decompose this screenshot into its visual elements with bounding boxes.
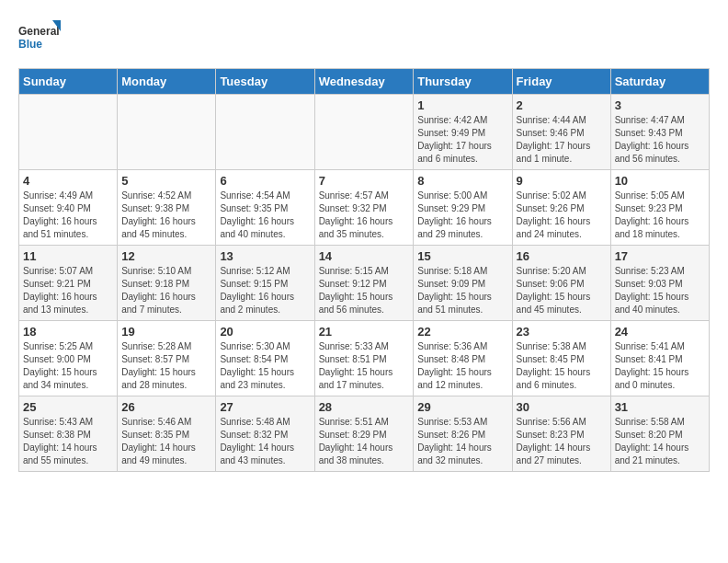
calendar-week-row: 11Sunrise: 5:07 AMSunset: 9:21 PMDayligh…: [19, 246, 710, 321]
weekday-header: Tuesday: [216, 69, 314, 95]
day-info: Sunrise: 4:47 AMSunset: 9:43 PMDaylight:…: [615, 114, 705, 166]
day-info: Sunrise: 5:56 AMSunset: 8:23 PMDaylight:…: [517, 416, 607, 467]
calendar-cell: 3Sunrise: 4:47 AMSunset: 9:43 PMDaylight…: [610, 95, 709, 170]
day-number: 2: [517, 98, 607, 112]
day-number: 11: [23, 249, 113, 263]
calendar-cell: 9Sunrise: 5:02 AMSunset: 9:26 PMDaylight…: [512, 170, 610, 246]
day-number: 3: [615, 98, 705, 112]
svg-text:Blue: Blue: [18, 38, 42, 51]
calendar-cell: 21Sunrise: 5:33 AMSunset: 8:51 PMDayligh…: [314, 321, 414, 396]
day-number: 10: [615, 174, 705, 188]
day-info: Sunrise: 5:28 AMSunset: 8:57 PMDaylight:…: [121, 340, 211, 392]
day-number: 19: [121, 325, 211, 339]
calendar-cell: 28Sunrise: 5:51 AMSunset: 8:29 PMDayligh…: [314, 396, 414, 472]
weekday-header: Monday: [118, 69, 216, 95]
calendar-cell: 12Sunrise: 5:10 AMSunset: 9:18 PMDayligh…: [118, 246, 216, 321]
day-number: 27: [220, 400, 310, 414]
day-number: 29: [417, 400, 507, 414]
weekday-header: Saturday: [610, 69, 709, 95]
day-number: 30: [517, 400, 607, 414]
day-info: Sunrise: 5:58 AMSunset: 8:20 PMDaylight:…: [615, 416, 705, 467]
day-info: Sunrise: 5:25 AMSunset: 9:00 PMDaylight:…: [23, 340, 113, 392]
calendar-cell: 24Sunrise: 5:41 AMSunset: 8:41 PMDayligh…: [610, 321, 709, 396]
weekday-header: Friday: [512, 69, 610, 95]
day-number: 26: [121, 400, 211, 414]
day-info: Sunrise: 5:15 AMSunset: 9:12 PMDaylight:…: [319, 265, 410, 316]
calendar-cell: 22Sunrise: 5:36 AMSunset: 8:48 PMDayligh…: [414, 321, 512, 396]
day-number: 9: [517, 174, 607, 188]
day-number: 28: [319, 400, 410, 414]
weekday-header: Sunday: [19, 69, 118, 95]
calendar-cell: 20Sunrise: 5:30 AMSunset: 8:54 PMDayligh…: [216, 321, 314, 396]
calendar-week-row: 1Sunrise: 4:42 AMSunset: 9:49 PMDaylight…: [19, 95, 710, 170]
day-info: Sunrise: 5:43 AMSunset: 8:38 PMDaylight:…: [23, 416, 113, 467]
day-info: Sunrise: 5:02 AMSunset: 9:26 PMDaylight:…: [517, 190, 607, 241]
day-info: Sunrise: 5:00 AMSunset: 9:29 PMDaylight:…: [417, 190, 507, 241]
day-info: Sunrise: 5:05 AMSunset: 9:23 PMDaylight:…: [615, 190, 705, 241]
day-number: 6: [220, 174, 310, 188]
calendar-cell: 31Sunrise: 5:58 AMSunset: 8:20 PMDayligh…: [610, 396, 709, 472]
calendar-cell: 2Sunrise: 4:44 AMSunset: 9:46 PMDaylight…: [512, 95, 610, 170]
calendar-cell: 4Sunrise: 4:49 AMSunset: 9:40 PMDaylight…: [19, 170, 118, 246]
day-info: Sunrise: 5:23 AMSunset: 9:03 PMDaylight:…: [615, 265, 705, 316]
day-number: 13: [220, 249, 310, 263]
day-number: 25: [23, 400, 113, 414]
calendar-cell: 25Sunrise: 5:43 AMSunset: 8:38 PMDayligh…: [19, 396, 118, 472]
day-info: Sunrise: 4:54 AMSunset: 9:35 PMDaylight:…: [220, 190, 310, 241]
calendar-cell: 16Sunrise: 5:20 AMSunset: 9:06 PMDayligh…: [512, 246, 610, 321]
day-info: Sunrise: 5:41 AMSunset: 8:41 PMDaylight:…: [615, 340, 705, 392]
day-info: Sunrise: 5:51 AMSunset: 8:29 PMDaylight:…: [319, 416, 410, 467]
page-header: General Blue: [18, 18, 710, 59]
weekday-header: Thursday: [414, 69, 512, 95]
day-number: 7: [319, 174, 410, 188]
calendar-cell: 13Sunrise: 5:12 AMSunset: 9:15 PMDayligh…: [216, 246, 314, 321]
calendar-cell: 17Sunrise: 5:23 AMSunset: 9:03 PMDayligh…: [610, 246, 709, 321]
day-info: Sunrise: 5:10 AMSunset: 9:18 PMDaylight:…: [121, 265, 211, 316]
day-number: 23: [517, 325, 607, 339]
day-number: 1: [417, 98, 507, 112]
day-number: 12: [121, 249, 211, 263]
day-info: Sunrise: 5:18 AMSunset: 9:09 PMDaylight:…: [417, 265, 507, 316]
calendar-cell: 29Sunrise: 5:53 AMSunset: 8:26 PMDayligh…: [414, 396, 512, 472]
day-number: 16: [517, 249, 607, 263]
day-number: 22: [417, 325, 507, 339]
calendar-cell: 18Sunrise: 5:25 AMSunset: 9:00 PMDayligh…: [19, 321, 118, 396]
calendar-week-row: 18Sunrise: 5:25 AMSunset: 9:00 PMDayligh…: [19, 321, 710, 396]
day-number: 8: [417, 174, 507, 188]
day-info: Sunrise: 5:07 AMSunset: 9:21 PMDaylight:…: [23, 265, 113, 316]
day-number: 18: [23, 325, 113, 339]
day-number: 21: [319, 325, 410, 339]
calendar-week-row: 25Sunrise: 5:43 AMSunset: 8:38 PMDayligh…: [19, 396, 710, 472]
day-info: Sunrise: 5:46 AMSunset: 8:35 PMDaylight:…: [121, 416, 211, 467]
day-number: 14: [319, 249, 410, 263]
day-info: Sunrise: 4:52 AMSunset: 9:38 PMDaylight:…: [121, 190, 211, 241]
calendar-cell: 15Sunrise: 5:18 AMSunset: 9:09 PMDayligh…: [414, 246, 512, 321]
logo-svg: General Blue: [18, 18, 64, 59]
calendar-cell: [216, 95, 314, 170]
day-number: 4: [23, 174, 113, 188]
weekday-header: Wednesday: [314, 69, 414, 95]
day-info: Sunrise: 4:49 AMSunset: 9:40 PMDaylight:…: [23, 190, 113, 241]
calendar-cell: 27Sunrise: 5:48 AMSunset: 8:32 PMDayligh…: [216, 396, 314, 472]
calendar-cell: 5Sunrise: 4:52 AMSunset: 9:38 PMDaylight…: [118, 170, 216, 246]
day-info: Sunrise: 5:20 AMSunset: 9:06 PMDaylight:…: [517, 265, 607, 316]
day-info: Sunrise: 5:33 AMSunset: 8:51 PMDaylight:…: [319, 340, 410, 392]
logo: General Blue: [18, 18, 64, 59]
day-number: 17: [615, 249, 705, 263]
calendar-cell: 8Sunrise: 5:00 AMSunset: 9:29 PMDaylight…: [414, 170, 512, 246]
calendar-cell: 1Sunrise: 4:42 AMSunset: 9:49 PMDaylight…: [414, 95, 512, 170]
day-info: Sunrise: 4:57 AMSunset: 9:32 PMDaylight:…: [319, 190, 410, 241]
calendar-cell: [19, 95, 118, 170]
calendar-cell: 11Sunrise: 5:07 AMSunset: 9:21 PMDayligh…: [19, 246, 118, 321]
day-number: 20: [220, 325, 310, 339]
calendar-cell: 26Sunrise: 5:46 AMSunset: 8:35 PMDayligh…: [118, 396, 216, 472]
svg-text:General: General: [18, 25, 60, 38]
weekday-header-row: SundayMondayTuesdayWednesdayThursdayFrid…: [19, 69, 710, 95]
day-info: Sunrise: 5:53 AMSunset: 8:26 PMDaylight:…: [417, 416, 507, 467]
calendar-cell: 30Sunrise: 5:56 AMSunset: 8:23 PMDayligh…: [512, 396, 610, 472]
calendar-cell: 7Sunrise: 4:57 AMSunset: 9:32 PMDaylight…: [314, 170, 414, 246]
calendar-cell: 19Sunrise: 5:28 AMSunset: 8:57 PMDayligh…: [118, 321, 216, 396]
day-info: Sunrise: 5:38 AMSunset: 8:45 PMDaylight:…: [517, 340, 607, 392]
day-info: Sunrise: 5:30 AMSunset: 8:54 PMDaylight:…: [220, 340, 310, 392]
day-info: Sunrise: 5:12 AMSunset: 9:15 PMDaylight:…: [220, 265, 310, 316]
